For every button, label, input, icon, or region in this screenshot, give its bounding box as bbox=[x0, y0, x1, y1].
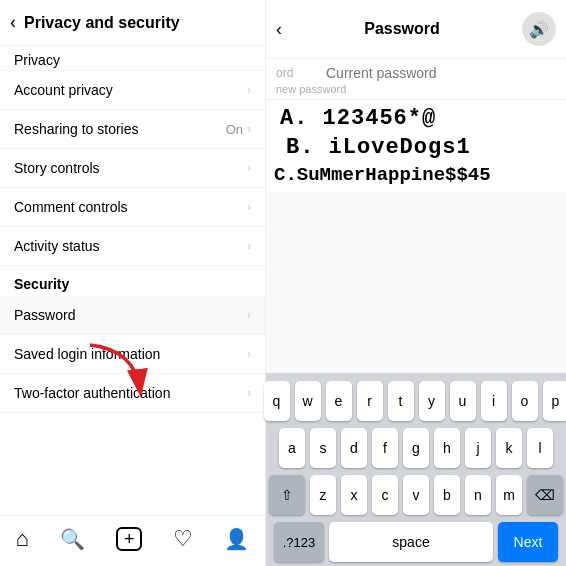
password-label: Password bbox=[14, 307, 75, 323]
story-controls-chevron-icon: › bbox=[247, 161, 251, 175]
activity-status-right: › bbox=[247, 239, 251, 253]
resharing-item[interactable]: Resharing to stories On › bbox=[0, 110, 265, 149]
saved-login-chevron-icon: › bbox=[247, 347, 251, 361]
key-d[interactable]: d bbox=[341, 428, 367, 468]
key-a[interactable]: a bbox=[279, 428, 305, 468]
password-input-area: ord new password bbox=[266, 59, 566, 100]
key-b[interactable]: b bbox=[434, 475, 460, 515]
next-key[interactable]: Next bbox=[498, 522, 558, 562]
chevron-icon: › bbox=[247, 83, 251, 97]
key-q[interactable]: q bbox=[264, 381, 290, 421]
left-nav-header: ‹ Privacy and security bbox=[0, 0, 265, 46]
password-right: › bbox=[247, 308, 251, 322]
example-a: A. 123456*@ bbox=[266, 104, 566, 133]
keyboard-row-3: ⇧ z x c v b n m ⌫ bbox=[270, 475, 562, 515]
key-k[interactable]: k bbox=[496, 428, 522, 468]
resharing-label: Resharing to stories bbox=[14, 121, 139, 137]
key-o[interactable]: o bbox=[512, 381, 538, 421]
delete-key[interactable]: ⌫ bbox=[527, 475, 563, 515]
current-password-input[interactable] bbox=[326, 65, 556, 81]
key-z[interactable]: z bbox=[310, 475, 336, 515]
right-page-title: Password bbox=[282, 20, 522, 38]
key-l[interactable]: l bbox=[527, 428, 553, 468]
key-f[interactable]: f bbox=[372, 428, 398, 468]
key-r[interactable]: r bbox=[357, 381, 383, 421]
saved-login-item[interactable]: Saved login information › bbox=[0, 335, 265, 374]
profile-icon[interactable]: 👤 bbox=[224, 527, 249, 551]
home-icon[interactable]: ⌂ bbox=[16, 526, 29, 552]
key-g[interactable]: g bbox=[403, 428, 429, 468]
key-c[interactable]: c bbox=[372, 475, 398, 515]
current-password-row: ord bbox=[276, 65, 556, 81]
key-y[interactable]: y bbox=[419, 381, 445, 421]
two-factor-right: › bbox=[247, 386, 251, 400]
comment-controls-label: Comment controls bbox=[14, 199, 128, 215]
example-c-label: C. bbox=[274, 164, 297, 186]
keyboard-bottom-row: .?123 space Next bbox=[270, 522, 562, 562]
spacer bbox=[266, 192, 566, 373]
key-x[interactable]: x bbox=[341, 475, 367, 515]
comment-controls-item[interactable]: Comment controls › bbox=[0, 188, 265, 227]
new-password-label: new password bbox=[276, 81, 556, 97]
key-h[interactable]: h bbox=[434, 428, 460, 468]
key-s[interactable]: s bbox=[310, 428, 336, 468]
example-a-label: A. bbox=[280, 106, 308, 131]
example-c: C.SuMmerHappine$$45 bbox=[266, 162, 566, 188]
left-panel: ‹ Privacy and security Privacy Account p… bbox=[0, 0, 266, 566]
heart-icon[interactable]: ♡ bbox=[173, 526, 193, 552]
key-v[interactable]: v bbox=[403, 475, 429, 515]
key-w[interactable]: w bbox=[295, 381, 321, 421]
key-j[interactable]: j bbox=[465, 428, 491, 468]
key-p[interactable]: p bbox=[543, 381, 567, 421]
example-b: B. iLoveDogs1 bbox=[266, 133, 566, 162]
account-privacy-label: Account privacy bbox=[14, 82, 113, 98]
key-u[interactable]: u bbox=[450, 381, 476, 421]
key-m[interactable]: m bbox=[496, 475, 522, 515]
password-examples: A. 123456*@ B. iLoveDogs1 C.SuMmerHappin… bbox=[266, 100, 566, 192]
search-icon[interactable]: 🔍 bbox=[60, 527, 85, 551]
saved-login-label: Saved login information bbox=[14, 346, 160, 362]
security-section-title: Security bbox=[0, 266, 265, 296]
example-b-value: iLoveDogs1 bbox=[329, 135, 471, 160]
right-panel: ‹ Password 🔊 ord new password A. 123456*… bbox=[266, 0, 566, 566]
key-n[interactable]: n bbox=[465, 475, 491, 515]
key-t[interactable]: t bbox=[388, 381, 414, 421]
keyboard-row-1: q w e r t y u i o p bbox=[270, 381, 562, 421]
privacy-label: Privacy bbox=[14, 52, 60, 68]
key-i[interactable]: i bbox=[481, 381, 507, 421]
two-factor-item[interactable]: Two-factor authentication › bbox=[0, 374, 265, 413]
activity-status-item[interactable]: Activity status › bbox=[0, 227, 265, 266]
num-key[interactable]: .?123 bbox=[274, 522, 324, 562]
comment-controls-right: › bbox=[247, 200, 251, 214]
bottom-nav: ⌂ 🔍 + ♡ 👤 bbox=[0, 515, 265, 566]
story-controls-right: › bbox=[247, 161, 251, 175]
resharing-chevron-icon: › bbox=[247, 122, 251, 136]
password-item[interactable]: Password › bbox=[0, 296, 265, 335]
saved-login-right: › bbox=[247, 347, 251, 361]
account-privacy-item[interactable]: Account privacy › bbox=[0, 71, 265, 110]
speaker-button[interactable]: 🔊 bbox=[522, 12, 556, 46]
example-a-value: 123456*@ bbox=[323, 106, 437, 131]
speaker-icon: 🔊 bbox=[529, 20, 549, 39]
story-controls-item[interactable]: Story controls › bbox=[0, 149, 265, 188]
space-key[interactable]: space bbox=[329, 522, 493, 562]
example-b-label: B. bbox=[286, 135, 314, 160]
account-privacy-right: › bbox=[247, 83, 251, 97]
add-icon[interactable]: + bbox=[116, 527, 142, 551]
two-factor-chevron-icon: › bbox=[247, 386, 251, 400]
example-c-value: SuMmerHappine$$45 bbox=[297, 164, 491, 186]
back-button[interactable]: ‹ bbox=[10, 12, 16, 33]
password-chevron-icon: › bbox=[247, 308, 251, 322]
story-controls-label: Story controls bbox=[14, 160, 100, 176]
activity-status-chevron-icon: › bbox=[247, 239, 251, 253]
shift-key[interactable]: ⇧ bbox=[269, 475, 305, 515]
keyboard: q w e r t y u i o p a s d f g h j k bbox=[266, 373, 566, 566]
comment-controls-chevron-icon: › bbox=[247, 200, 251, 214]
activity-status-label: Activity status bbox=[14, 238, 100, 254]
privacy-item: Privacy bbox=[0, 46, 265, 71]
page-title: Privacy and security bbox=[24, 14, 180, 32]
two-factor-label: Two-factor authentication bbox=[14, 385, 170, 401]
key-e[interactable]: e bbox=[326, 381, 352, 421]
right-nav-header: ‹ Password 🔊 bbox=[266, 0, 566, 59]
menu-section: Privacy Account privacy › Resharing to s… bbox=[0, 46, 265, 515]
